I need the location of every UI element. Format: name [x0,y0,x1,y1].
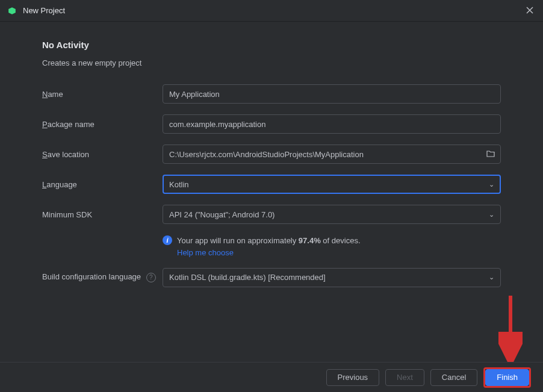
name-label: Name [42,90,163,99]
minsdk-row: Minimum SDK API 24 ("Nougat"; Android 7.… [42,205,501,224]
browse-folder-icon[interactable] [486,150,495,159]
name-input[interactable] [163,84,501,104]
language-row: Language Kotlin ⌄ [42,175,501,194]
titlebar: New Project [0,0,543,22]
close-icon[interactable] [524,4,536,18]
previous-button[interactable]: Previous [326,369,380,386]
minsdk-select[interactable]: API 24 ("Nougat"; Android 7.0) ⌄ [163,205,501,224]
android-studio-icon [7,6,17,16]
chevron-down-icon: ⌄ [489,211,494,219]
package-label: Package name [42,120,163,129]
package-input[interactable] [163,114,501,134]
buildconfig-value: Kotlin DSL (build.gradle.kts) [Recommend… [169,273,326,282]
minsdk-value: API 24 ("Nougat"; Android 7.0) [169,210,275,219]
language-label: Language [42,180,163,189]
device-info-text: Your app will run on approximately 97.4%… [177,235,361,247]
help-me-choose-link[interactable]: Help me choose [177,248,361,257]
info-icon: i [163,235,172,245]
page-title: No Activity [42,40,501,50]
package-row: Package name [42,114,501,134]
device-info-row: i Your app will run on approximately 97.… [42,235,501,257]
finish-highlight: Finish [483,367,531,388]
content-area: No Activity Creates a new empty project … [0,22,543,304]
name-row: Name [42,84,501,104]
save-location-label: Save location [42,150,163,159]
help-icon[interactable]: ? [146,273,156,282]
chevron-down-icon: ⌄ [489,181,494,188]
buildconfig-label: Build configuration language ? [42,272,163,282]
save-location-input[interactable] [163,145,501,164]
chevron-down-icon: ⌄ [489,273,494,281]
buildconfig-select[interactable]: Kotlin DSL (build.gradle.kts) [Recommend… [163,268,501,287]
language-value: Kotlin [169,180,189,189]
window-title: New Project [23,6,524,15]
cancel-button[interactable]: Cancel [430,369,477,386]
finish-button[interactable]: Finish [485,369,529,386]
page-subtitle: Creates a new empty project [42,58,501,67]
next-button: Next [385,369,424,386]
buildconfig-row: Build configuration language ? Kotlin DS… [42,268,501,287]
save-location-row: Save location [42,145,501,164]
footer: Previous Next Cancel Finish [0,362,543,392]
language-select[interactable]: Kotlin ⌄ [163,175,501,194]
minsdk-label: Minimum SDK [42,210,163,219]
